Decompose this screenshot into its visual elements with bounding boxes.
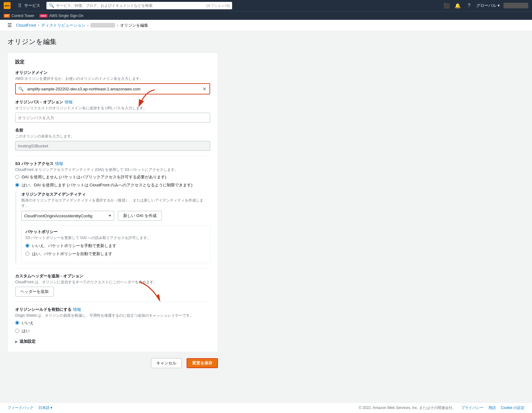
bottom-bar-right: © 2022, Amazon Web Services, Inc. またはその関… bbox=[359, 405, 525, 411]
origin-domain-group: オリジンドメイン AWS オリジンを選択するか、お使いのオリジンのドメイン名を入… bbox=[15, 70, 210, 94]
origin-path-info-link[interactable]: 情報 bbox=[65, 99, 73, 105]
add-header-button[interactable]: ヘッダーを追加 bbox=[15, 287, 54, 297]
oai-select-row: CloudFrontOriginAccessIdentityConfig 新しい… bbox=[21, 211, 210, 221]
collapse-arrow-icon: ▶ bbox=[15, 340, 18, 343]
bottom-bar-left: フィードバック 日本語 ▾ bbox=[7, 405, 52, 411]
help-icon[interactable]: ? bbox=[465, 2, 473, 9]
global-search-bar[interactable]: 🔍 [オプション+S] bbox=[46, 2, 232, 9]
notifications-icon[interactable]: 🔔 bbox=[454, 2, 461, 9]
oai-sub-section: オリジンアクセスアイデンティティ 既存のオリジンアクセスアイデンティティを選択す… bbox=[15, 192, 210, 263]
top-navigation: aws ⠿ サービス 🔍 [オプション+S] ⬛ 🔔 ? グローバル ▾ bbox=[0, 0, 532, 11]
oai-yes-option[interactable]: はい、OAI を使用します (パケットは CloudFront のみへのアクセス… bbox=[15, 182, 210, 188]
divider-2 bbox=[15, 268, 210, 268]
settings-card: 設定 オリジンドメイン AWS オリジンを選択するか、お使いのオリジンのドメイン… bbox=[7, 53, 218, 352]
origin-path-sublabel: オリジンリクエストのオリジンドメイン名に追加する URL パスを入力します。 bbox=[15, 106, 210, 111]
breadcrumb-cloudfront[interactable]: CloudFront bbox=[16, 23, 36, 28]
breadcrumb-sep-1: › bbox=[38, 23, 39, 28]
control-tower-link[interactable]: CT Control Tower bbox=[4, 14, 34, 18]
origin-path-group: オリジンパス - オプション 情報 オリジンリクエストのオリジンドメイン名に追加… bbox=[15, 99, 210, 123]
search-icon: 🔍 bbox=[49, 3, 54, 8]
oai-select[interactable]: CloudFrontOriginAccessIdentityConfig bbox=[21, 211, 114, 221]
cloud-shell-icon[interactable]: ⬛ bbox=[443, 2, 450, 9]
origin-domain-clear-button[interactable]: ✕ bbox=[199, 86, 210, 92]
additional-settings-toggle[interactable]: ▶ 追加設定 bbox=[15, 339, 210, 344]
name-group: 名前 このオリジンの名前を入力します。 bbox=[15, 128, 210, 151]
oai-no-radio[interactable] bbox=[15, 175, 19, 179]
divider-1 bbox=[15, 156, 210, 156]
s3-access-info-link[interactable]: 情報 bbox=[55, 161, 63, 167]
sso-tag: SSO bbox=[39, 14, 48, 18]
oai-yes-radio[interactable] bbox=[15, 183, 19, 187]
breadcrumb-sep-2: › bbox=[87, 23, 89, 28]
privacy-link[interactable]: プライバシー bbox=[461, 405, 483, 411]
search-shortcut: [オプション+S] bbox=[206, 3, 230, 8]
cookies-link[interactable]: Cookie の設定 bbox=[501, 405, 525, 411]
main-content: オリジンを編集 設定 オリジンドメイン AWS オリジンを選択するか、お使いのオ… bbox=[0, 31, 532, 413]
policy-yes-radio[interactable] bbox=[25, 252, 29, 256]
custom-headers-label: カスタムヘッダーを追加 - オプション bbox=[15, 273, 210, 279]
bucket-policy-section: パケットポリシー S3 パケットポリシーを更新して OAI への読み取りアクセス… bbox=[21, 225, 210, 263]
origin-shield-group: オリジンシールドを有効にする 情報 Origin Shield は、オリジンの負… bbox=[15, 307, 210, 334]
create-oai-button[interactable]: 新しい OAI を作成 bbox=[118, 211, 162, 221]
save-changes-button[interactable]: 変更を保存 bbox=[187, 358, 218, 368]
aws-logo-icon: aws bbox=[4, 2, 11, 9]
sso-link[interactable]: SSO AWS Single Sign-On bbox=[39, 14, 84, 18]
origin-shield-info-link[interactable]: 情報 bbox=[73, 307, 81, 312]
feedback-link[interactable]: フィードバック bbox=[7, 405, 33, 411]
origin-shield-label: オリジンシールドを有効にする 情報 bbox=[15, 307, 210, 312]
s3-access-radio-group: OAI を使用しません (パケットはパブリックアクセスを許可する必要があります)… bbox=[15, 174, 210, 188]
shield-yes-radio[interactable] bbox=[15, 329, 19, 333]
page-title: オリジンを編集 bbox=[7, 37, 525, 46]
name-input[interactable] bbox=[15, 141, 210, 151]
origin-shield-sublabel: Origin Shield は、オリジンの負荷を軽減し、可用性を保護するのに役立… bbox=[15, 313, 210, 318]
breadcrumb: ☰ CloudFront › ディストリビューション › › オリジンを編集 bbox=[0, 20, 532, 31]
origin-path-input[interactable] bbox=[15, 113, 210, 123]
bottom-bar: フィードバック 日本語 ▾ © 2022, Amazon Web Service… bbox=[0, 402, 532, 413]
services-menu-button[interactable]: ⠿ サービス bbox=[14, 0, 43, 11]
policy-no-radio[interactable] bbox=[25, 244, 29, 248]
oai-section-label: オリジンアクセスアイデンティティ bbox=[21, 192, 210, 197]
origin-domain-sublabel: AWS オリジンを選択するか、お使いのオリジンのドメイン名を入力します。 bbox=[15, 76, 210, 81]
hamburger-side-icon[interactable]: ☰ bbox=[7, 22, 12, 28]
global-region-button[interactable]: グローバル ▾ bbox=[476, 3, 500, 8]
language-selector[interactable]: 日本語 ▾ bbox=[38, 405, 52, 411]
oai-section-desc: 既存のオリジンアクセスアイデンティティを選択するか（推奨）、または新しいアイデン… bbox=[21, 198, 210, 208]
form-actions: キャンセル 変更を保存 bbox=[7, 358, 218, 368]
terms-link[interactable]: 用語 bbox=[488, 405, 496, 411]
name-sublabel: このオリジンの名前を入力します。 bbox=[15, 134, 210, 139]
cancel-button[interactable]: キャンセル bbox=[151, 358, 182, 368]
policy-yes-option[interactable]: はい、バケットポリシーを自動で更新します bbox=[25, 251, 206, 257]
name-label: 名前 bbox=[15, 128, 210, 133]
bucket-policy-desc: S3 パケットポリシーを更新して OAI への読み取りアクセスを許可します。 bbox=[25, 235, 206, 241]
aws-logo: aws bbox=[4, 2, 11, 9]
origin-domain-label: オリジンドメイン bbox=[15, 70, 210, 76]
origin-domain-input-box[interactable]: 🔍 ✕ bbox=[15, 83, 210, 94]
service-bar: CT Control Tower SSO AWS Single Sign-On bbox=[0, 11, 532, 20]
policy-no-option[interactable]: いいえ、バケットポリシーを手動で更新します bbox=[25, 243, 206, 249]
copyright-text: © 2022, Amazon Web Services, Inc. またはその関… bbox=[359, 405, 456, 411]
domain-search-icon: 🔍 bbox=[16, 86, 26, 91]
breadcrumb-sep-3: › bbox=[117, 23, 118, 28]
s3-bucket-access-sublabel: CloudFront オリジンアクセスアイデンティティ (OAI) を使用して … bbox=[15, 167, 210, 172]
shield-no-radio[interactable] bbox=[15, 321, 19, 325]
control-tower-tag: CT bbox=[4, 14, 10, 18]
origin-shield-radio-group: いいえ はい bbox=[15, 320, 210, 334]
bucket-policy-box: パケットポリシー S3 パケットポリシーを更新して OAI への読み取りアクセス… bbox=[21, 225, 210, 263]
custom-headers-group: カスタムヘッダーを追加 - オプション CloudFront は、オリジンに送信… bbox=[15, 273, 210, 297]
divider-3 bbox=[15, 302, 210, 302]
origin-domain-input[interactable] bbox=[26, 84, 199, 94]
origin-path-label: オリジンパス - オプション 情報 bbox=[15, 99, 210, 105]
breadcrumb-distribution-id bbox=[90, 23, 115, 28]
shield-yes-option[interactable]: はい bbox=[15, 328, 210, 334]
s3-bucket-access-group: S3 パケットアクセス 情報 CloudFront オリジンアクセスアイデンティ… bbox=[15, 161, 210, 263]
card-section-title: 設定 bbox=[15, 59, 210, 65]
custom-headers-sublabel: CloudFront は、オリジンに送信するすべてのリクエストにこのヘッダーを含… bbox=[15, 280, 210, 285]
s3-bucket-access-label: S3 パケットアクセス 情報 bbox=[15, 161, 210, 167]
bucket-policy-label: パケットポリシー bbox=[25, 229, 206, 235]
account-menu[interactable] bbox=[504, 3, 528, 8]
search-input[interactable] bbox=[56, 3, 206, 8]
breadcrumb-distributions[interactable]: ディストリビューション bbox=[41, 23, 85, 28]
oai-no-option[interactable]: OAI を使用しません (パケットはパブリックアクセスを許可する必要があります) bbox=[15, 174, 210, 180]
nav-right-area: ⬛ 🔔 ? グローバル ▾ bbox=[443, 2, 528, 9]
shield-no-option[interactable]: いいえ bbox=[15, 320, 210, 326]
